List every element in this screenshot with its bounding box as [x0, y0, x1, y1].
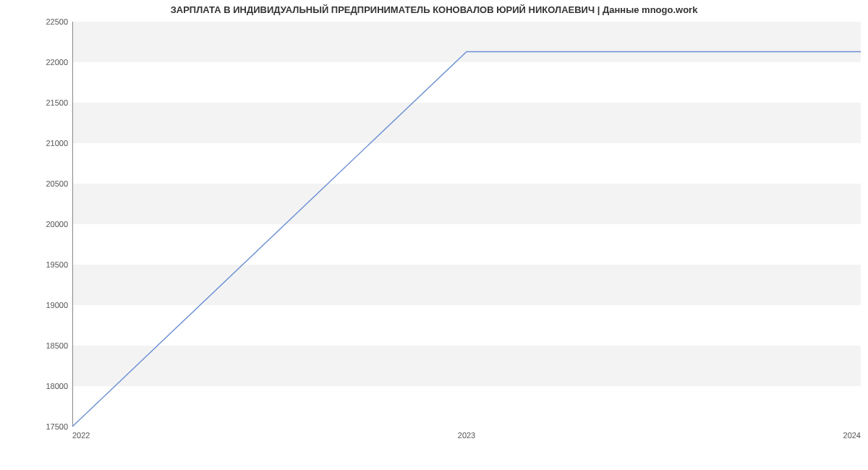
chart-container: ЗАРПЛАТА В ИНДИВИДУАЛЬНЫЙ ПРЕДПРИНИМАТЕЛ… — [0, 0, 868, 470]
x-tick-label: 2023 — [458, 431, 475, 440]
line-series-layer — [72, 22, 861, 427]
y-tick-label: 22500 — [46, 17, 68, 26]
y-tick-label: 18000 — [46, 382, 68, 390]
x-tick-label: 2022 — [72, 431, 90, 440]
y-tick-label: 19000 — [46, 301, 68, 309]
y-tick-label: 21000 — [46, 139, 68, 148]
y-tick-label: 19500 — [46, 260, 68, 269]
y-tick-label: 21500 — [46, 98, 68, 107]
y-tick-label: 20500 — [46, 179, 68, 188]
y-tick-label: 17500 — [46, 422, 68, 431]
y-tick-label: 20000 — [46, 220, 68, 228]
x-tick-label: 2024 — [843, 431, 861, 440]
y-tick-label: 18500 — [46, 341, 68, 350]
series-line — [72, 51, 861, 427]
chart-title: ЗАРПЛАТА В ИНДИВИДУАЛЬНЫЙ ПРЕДПРИНИМАТЕЛ… — [0, 4, 868, 15]
y-tick-label: 22000 — [46, 58, 68, 67]
